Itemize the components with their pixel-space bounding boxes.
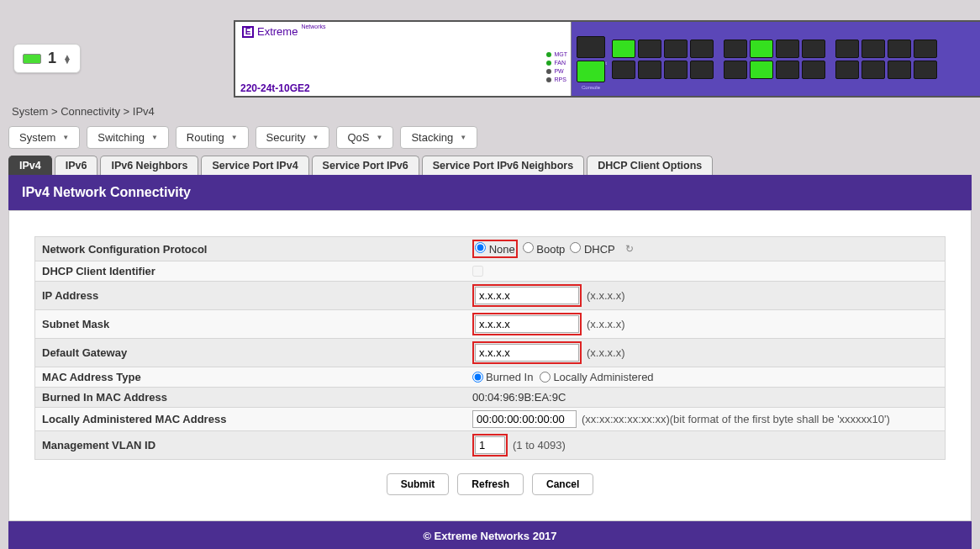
menu-qos[interactable]: QoS▼: [336, 126, 393, 149]
port[interactable]: [835, 61, 859, 79]
ncp-radio-none[interactable]: None: [475, 242, 515, 256]
gw-input[interactable]: [475, 344, 579, 362]
tab-ipv6-neighbors[interactable]: IPv6 Neighbors: [100, 156, 198, 175]
switch-graphic: E Extreme Networks 220-24t-10GE2 MGT FAN…: [234, 20, 980, 98]
port[interactable]: [802, 40, 825, 58]
local-mac-label: Locally Administered MAC Address: [35, 409, 469, 429]
refresh-button[interactable]: Refresh: [457, 473, 524, 495]
ncp-label: Network Configuration Protocol: [35, 240, 469, 259]
dhcp-id-checkbox: [472, 266, 483, 277]
switch-faceplate: E Extreme Networks 220-24t-10GE2 MGT FAN…: [235, 22, 572, 96]
port[interactable]: [776, 40, 799, 58]
vlan-label: Management VLAN ID: [35, 436, 469, 455]
top-area: 1 ▲▼ E Extreme Networks 220-24t-10GE2 MG…: [0, 0, 980, 97]
vlan-input[interactable]: [475, 436, 505, 454]
highlight-box: None: [472, 240, 518, 258]
switch-model: 220-24t-10GE2: [240, 82, 310, 94]
port[interactable]: [802, 61, 825, 79]
dhcp-id-label: DHCP Client Identifier: [35, 261, 469, 281]
main-menubar: System▼ Switching▼ Routing▼ Security▼ Qo…: [0, 123, 980, 156]
local-mac-hint: (xx:xx:xx:xx:xx:xx)(bit format of the fi…: [582, 413, 890, 425]
port[interactable]: [888, 40, 911, 58]
tab-dhcp-client-options[interactable]: DHCP Client Options: [587, 156, 713, 175]
port[interactable]: [638, 61, 661, 79]
tab-service-port-ipv4[interactable]: Service Port IPv4: [201, 156, 308, 175]
mgmt-port[interactable]: Management: [577, 36, 605, 58]
ncp-radio-dhcp[interactable]: DHCP: [570, 242, 614, 256]
port[interactable]: [750, 61, 773, 79]
page-title: IPv4 Network Connectivity: [8, 175, 972, 210]
chevron-down-icon: ▼: [231, 134, 238, 141]
mask-input[interactable]: [475, 315, 579, 333]
submit-button[interactable]: Submit: [387, 473, 450, 495]
breadcrumb: System > Connectivity > IPv4: [0, 97, 980, 123]
port[interactable]: [861, 40, 885, 58]
mac-type-local[interactable]: Locally Administered: [540, 371, 653, 383]
tab-ipv6[interactable]: IPv6: [55, 156, 98, 175]
port[interactable]: [776, 61, 799, 79]
menu-system[interactable]: System▼: [8, 126, 80, 149]
chevron-down-icon: ▼: [151, 134, 158, 141]
console-port[interactable]: Console: [577, 61, 605, 82]
ip-input[interactable]: [475, 287, 579, 304]
menu-routing[interactable]: Routing▼: [176, 126, 249, 149]
mac-type-burned-in[interactable]: Burned In: [472, 371, 533, 383]
led-mgt: MGT: [546, 50, 567, 59]
menu-switching[interactable]: Switching▼: [87, 126, 169, 149]
port[interactable]: [835, 40, 859, 58]
brand-subtext: Networks: [301, 24, 325, 29]
chevron-down-icon: ▼: [460, 134, 466, 141]
content-panel: Network Configuration Protocol None Boot…: [8, 210, 972, 521]
mask-hint: (x.x.x.x): [587, 318, 625, 330]
switch-status-leds: MGT FAN PW RPS: [546, 50, 567, 84]
local-mac-input[interactable]: [472, 410, 577, 428]
tab-ipv4[interactable]: IPv4: [8, 156, 52, 175]
port[interactable]: [664, 40, 688, 58]
port-panel: Management Console: [572, 22, 980, 96]
port[interactable]: [664, 61, 688, 79]
refresh-icon[interactable]: ↻: [625, 243, 634, 255]
port[interactable]: [690, 61, 714, 79]
led-fan: FAN: [546, 59, 567, 67]
led-rps: RPS: [546, 76, 567, 84]
action-button-row: Submit Refresh Cancel: [34, 460, 946, 512]
port[interactable]: [914, 61, 937, 79]
brand-text: Extreme: [257, 25, 298, 38]
tab-service-port-ipv6[interactable]: Service Port IPv6: [312, 156, 419, 175]
port[interactable]: [612, 40, 635, 58]
spinner-icon: ▲▼: [63, 55, 71, 63]
footer: © Extreme Networks 2017: [8, 521, 972, 549]
port[interactable]: [690, 40, 714, 58]
gw-hint: (x.x.x.x): [587, 346, 625, 359]
ncp-radio-bootp[interactable]: Bootp: [523, 242, 566, 256]
port[interactable]: [724, 40, 747, 58]
chevron-down-icon: ▼: [376, 134, 382, 141]
burned-mac-value: 00:04:96:9B:EA:9C: [472, 391, 566, 404]
mac-type-label: MAC Address Type: [35, 367, 469, 387]
port[interactable]: [888, 61, 911, 79]
chevron-down-icon: ▼: [313, 134, 319, 141]
tab-service-port-ipv6-neighbors[interactable]: Service Port IPv6 Neighbors: [422, 156, 584, 175]
ip-hint: (x.x.x.x): [587, 289, 625, 302]
port[interactable]: [724, 61, 747, 79]
port[interactable]: [612, 61, 635, 79]
brand-logo-icon: E: [242, 26, 254, 38]
device-selector[interactable]: 1 ▲▼: [13, 44, 81, 73]
gw-label: Default Gateway: [35, 343, 469, 362]
device-selector-value: 1: [48, 50, 56, 67]
cancel-button[interactable]: Cancel: [532, 473, 593, 495]
ip-label: IP Address: [35, 286, 469, 305]
port[interactable]: [861, 61, 885, 79]
menu-stacking[interactable]: Stacking▼: [400, 126, 477, 149]
subtab-row: IPv4 IPv6 IPv6 Neighbors Service Port IP…: [0, 156, 980, 175]
menu-security[interactable]: Security▼: [256, 126, 330, 149]
burned-mac-label: Burned In MAC Address: [35, 388, 469, 407]
mask-label: Subnet Mask: [35, 314, 469, 334]
port[interactable]: [638, 40, 661, 58]
led-pw: PW: [546, 67, 567, 76]
port[interactable]: [914, 40, 937, 58]
port[interactable]: [750, 40, 773, 58]
chevron-down-icon: ▼: [62, 134, 69, 141]
device-color-swatch: [23, 54, 41, 64]
vlan-hint: (1 to 4093): [513, 439, 566, 451]
